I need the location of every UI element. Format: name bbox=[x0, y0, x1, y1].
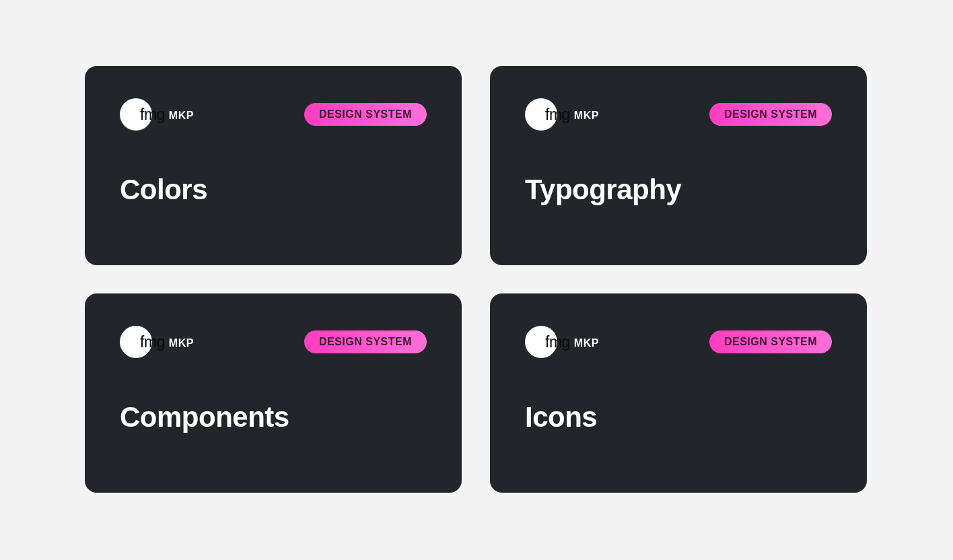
card-colors[interactable]: fmg MKP DESIGN SYSTEM Colors bbox=[85, 66, 462, 265]
card-title: Typography bbox=[525, 174, 832, 206]
design-system-badge: DESIGN SYSTEM bbox=[709, 330, 832, 353]
card-header: fmg MKP DESIGN SYSTEM bbox=[120, 98, 427, 131]
logo-block: fmg MKP bbox=[525, 326, 599, 358]
logo-mkp-text: MKP bbox=[574, 110, 599, 122]
design-system-badge: DESIGN SYSTEM bbox=[304, 103, 427, 126]
card-title: Components bbox=[120, 401, 427, 433]
logo-fmg-text: fmg bbox=[140, 106, 165, 124]
logo-block: fmg MKP bbox=[525, 98, 599, 131]
design-system-badge: DESIGN SYSTEM bbox=[304, 330, 427, 353]
logo-mkp-text: MKP bbox=[574, 337, 599, 349]
card-header: fmg MKP DESIGN SYSTEM bbox=[525, 98, 832, 131]
logo-fmg-text: fmg bbox=[140, 333, 165, 351]
card-components[interactable]: fmg MKP DESIGN SYSTEM Components bbox=[85, 293, 462, 493]
card-title: Icons bbox=[525, 401, 832, 433]
logo-fmg-text: fmg bbox=[545, 106, 570, 124]
logo-block: fmg MKP bbox=[120, 98, 194, 131]
logo-block: fmg MKP bbox=[120, 326, 194, 358]
logo-mkp-text: MKP bbox=[169, 110, 194, 122]
design-system-badge: DESIGN SYSTEM bbox=[709, 103, 832, 126]
card-header: fmg MKP DESIGN SYSTEM bbox=[120, 326, 427, 358]
card-header: fmg MKP DESIGN SYSTEM bbox=[525, 326, 832, 358]
logo-fmg-text: fmg bbox=[545, 333, 570, 351]
card-typography[interactable]: fmg MKP DESIGN SYSTEM Typography bbox=[490, 66, 867, 265]
card-grid: fmg MKP DESIGN SYSTEM Colors fmg MKP DES… bbox=[85, 66, 867, 493]
card-title: Colors bbox=[120, 174, 427, 206]
card-icons[interactable]: fmg MKP DESIGN SYSTEM Icons bbox=[490, 293, 867, 493]
logo-mkp-text: MKP bbox=[169, 337, 194, 349]
